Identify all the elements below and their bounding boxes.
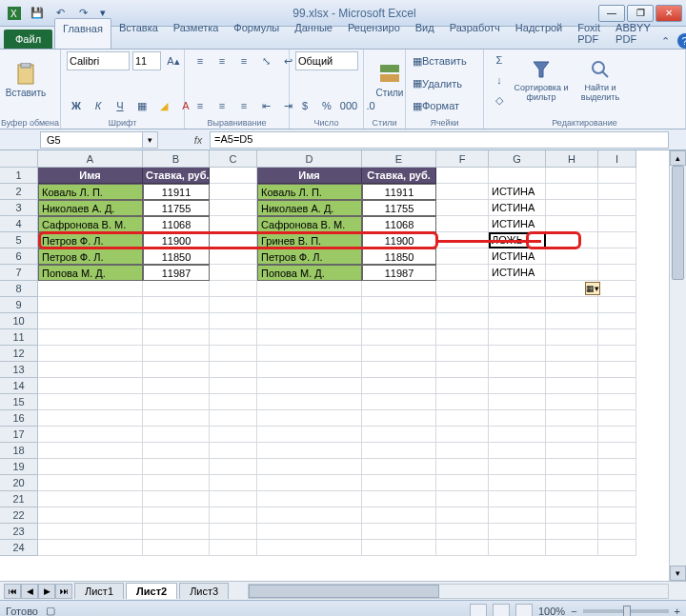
cell-A10[interactable] [38,313,143,329]
row-header-4[interactable]: 4 [0,216,38,232]
normal-view-icon[interactable] [470,604,487,617]
cell-H12[interactable] [546,346,598,362]
ribbon-tab-3[interactable]: Формулы [226,18,287,49]
cell-D10[interactable] [257,313,362,329]
cell-C15[interactable] [210,394,257,410]
table1-name-3[interactable]: Петров Ф. Л. [38,232,143,248]
cell-D23[interactable] [257,524,362,540]
cell-B23[interactable] [143,524,210,540]
cell-E21[interactable] [362,491,436,507]
font-size-select[interactable] [132,51,161,70]
cell-D17[interactable] [257,427,362,443]
cell-G8[interactable] [489,281,546,297]
cell-I21[interactable] [598,491,636,507]
cell-A17[interactable] [38,427,143,443]
macro-record-icon[interactable]: ▢ [46,605,55,616]
cell-H9[interactable] [546,297,598,313]
row-header-7[interactable]: 7 [0,265,38,281]
cell-B10[interactable] [143,313,210,329]
zoom-out-icon[interactable]: − [571,606,576,617]
cell-A12[interactable] [38,346,143,362]
percent-icon[interactable]: % [317,96,336,115]
cell-I8[interactable] [598,281,636,297]
font-name-select[interactable] [67,51,130,70]
row-header-9[interactable]: 9 [0,297,38,313]
ribbon-tab-0[interactable]: Главная [54,18,111,49]
cell-A11[interactable] [38,329,143,346]
cell-G17[interactable] [489,427,546,443]
cell-E23[interactable] [362,524,436,540]
cell-I22[interactable] [598,507,636,524]
cell-G23[interactable] [489,524,546,540]
cell-B21[interactable] [143,491,210,507]
header-name-1[interactable]: Имя [38,168,143,184]
cell-F15[interactable] [436,394,489,410]
cell-A14[interactable] [38,378,143,394]
row-header-20[interactable]: 20 [0,475,38,491]
row-header-13[interactable]: 13 [0,362,38,378]
name-box[interactable]: G5 [40,131,143,149]
cell-D18[interactable] [257,443,362,459]
cell-C4[interactable] [210,216,257,232]
header-rate-1[interactable]: Ставка, руб. [143,168,210,184]
cell-H16[interactable] [546,410,598,427]
row-header-1[interactable]: 1 [0,168,38,184]
result-5[interactable]: ИСТИНА [489,265,546,281]
table2-rate-3[interactable]: 11900 [362,232,436,248]
column-header-C[interactable]: C [210,150,257,168]
cell-G20[interactable] [489,475,546,491]
cell-B11[interactable] [143,329,210,346]
ribbon-tab-4[interactable]: Данные [287,18,340,49]
cell-I18[interactable] [598,443,636,459]
cell-I17[interactable] [598,427,636,443]
table1-rate-1[interactable]: 11755 [143,200,210,216]
cell-F23[interactable] [436,524,489,540]
zoom-in-icon[interactable]: + [675,606,680,617]
cell-C10[interactable] [210,313,257,329]
cell-E24[interactable] [362,540,436,556]
horizontal-scrollbar[interactable] [248,584,669,599]
cell-H14[interactable] [546,378,598,394]
cell-D12[interactable] [257,346,362,362]
bold-button[interactable]: Ж [67,96,86,115]
cell-E11[interactable] [362,329,436,346]
cell-C20[interactable] [210,475,257,491]
cell-G24[interactable] [489,540,546,556]
cell-G9[interactable] [489,297,546,313]
ribbon-tab-5[interactable]: Рецензиро [340,18,408,49]
sort-filter-button[interactable]: Сортировка и фильтр [513,51,570,109]
sheet-tab-1[interactable]: Лист2 [126,583,177,599]
cell-F21[interactable] [436,491,489,507]
row-header-6[interactable]: 6 [0,248,38,265]
cell-E12[interactable] [362,346,436,362]
horizontal-scroll-thumb[interactable] [249,585,439,598]
cell-G11[interactable] [489,329,546,346]
cell-I9[interactable] [598,297,636,313]
table2-name-1[interactable]: Николаев А. Д. [257,200,362,216]
table1-name-1[interactable]: Николаев А. Д. [38,200,143,216]
vertical-scroll-thumb[interactable] [672,166,684,280]
cell-G1[interactable] [489,168,546,184]
border-icon[interactable]: ▦ [132,96,151,115]
cell-B12[interactable] [143,346,210,362]
cells-area[interactable]: ИмяСтавка, руб.ИмяСтавка, руб.Коваль Л. … [38,168,669,581]
cell-A13[interactable] [38,362,143,378]
cell-C13[interactable] [210,362,257,378]
ribbon-tab-7[interactable]: Разработч [442,18,508,49]
cell-H19[interactable] [546,459,598,475]
table2-rate-1[interactable]: 11755 [362,200,436,216]
cell-D20[interactable] [257,475,362,491]
cell-C8[interactable] [210,281,257,297]
cell-C14[interactable] [210,378,257,394]
comma-icon[interactable]: 000 [339,96,358,115]
cell-B15[interactable] [143,394,210,410]
cell-C7[interactable] [210,265,257,281]
cell-H21[interactable] [546,491,598,507]
cell-F4[interactable] [436,216,489,232]
cell-C11[interactable] [210,329,257,346]
cell-I2[interactable] [598,184,636,200]
zoom-thumb[interactable] [623,606,631,617]
formula-input[interactable]: =A5=D5 [210,131,669,149]
cell-F8[interactable] [436,281,489,297]
cell-B24[interactable] [143,540,210,556]
